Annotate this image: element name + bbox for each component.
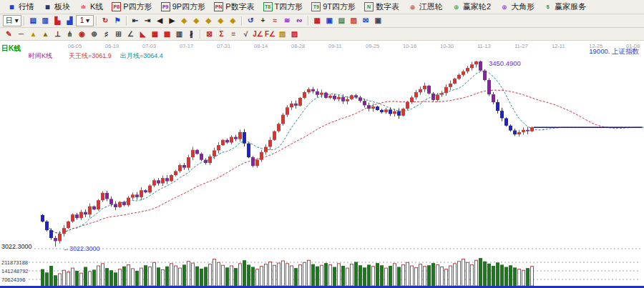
volume-bar bbox=[179, 268, 182, 286]
expand-icon[interactable]: ◆ bbox=[203, 16, 215, 26]
candle bbox=[281, 115, 285, 124]
candle bbox=[71, 214, 74, 222]
volume-bar bbox=[247, 264, 250, 286]
candle bbox=[436, 95, 439, 100]
volume-bar bbox=[492, 266, 495, 286]
chart-svg[interactable]: 06-0506-1907-0307-1707-3108-1408-2809-11… bbox=[0, 41, 644, 288]
candle bbox=[114, 204, 117, 207]
candle bbox=[62, 228, 66, 234]
menu-item-kline[interactable]: ılıK线 bbox=[74, 1, 107, 12]
volume-bar bbox=[308, 260, 311, 286]
candle bbox=[122, 202, 126, 205]
menu-item-gann-wheel[interactable]: ◎江恩轮 bbox=[404, 1, 447, 12]
pitchfork-icon[interactable]: ⋔ bbox=[64, 29, 76, 39]
gann-grid-icon[interactable]: ⊞ bbox=[112, 29, 125, 39]
menu-item-9t-square[interactable]: T99T四方形 bbox=[307, 1, 360, 12]
toolbar-row1: 日 ▾▤▥▙▟1 ▾↻⚑⇤⇥◀▶◈◈◆◈◆↺+≈≋∾▦▣▤▨✉▣ bbox=[0, 14, 644, 28]
gold-triangle2-icon[interactable]: ▲ bbox=[39, 29, 52, 39]
volume-scale-3: 70624396 bbox=[1, 277, 25, 283]
shade-tool-icon[interactable]: ▧ bbox=[276, 29, 288, 39]
xgrid-icon[interactable]: ⊠ bbox=[203, 29, 215, 39]
last-page-icon[interactable]: ⇥ bbox=[142, 16, 154, 26]
candle bbox=[358, 97, 362, 101]
menu-item-p-square[interactable]: P8P四方形 bbox=[107, 1, 156, 12]
volume-bar bbox=[89, 272, 92, 286]
candle bbox=[371, 106, 375, 109]
next-icon[interactable]: ▶ bbox=[166, 16, 178, 26]
volume-bar bbox=[170, 264, 173, 286]
candle bbox=[354, 95, 358, 97]
computer-icon[interactable]: ▣ bbox=[372, 16, 384, 26]
flag-icon[interactable]: ⚑ bbox=[112, 16, 124, 26]
j-angle-icon[interactable]: J∠ bbox=[252, 29, 264, 39]
zoom-in-icon[interactable]: ◈ bbox=[190, 16, 203, 26]
volume-bar bbox=[127, 264, 130, 286]
menu-item-p-table[interactable]: PNP数字表 bbox=[210, 1, 258, 12]
quote-list-icon[interactable]: ▤ bbox=[27, 16, 39, 26]
gold-triangle-icon[interactable]: ▲ bbox=[27, 29, 39, 39]
bar-chart2-icon[interactable]: ▟ bbox=[64, 16, 76, 26]
circle-tool-icon[interactable]: ◉ bbox=[76, 29, 88, 39]
cycle-tool-icon[interactable]: ⊕ bbox=[88, 29, 100, 39]
f-angle-icon[interactable]: F∠ bbox=[264, 29, 276, 39]
grid-tool-icon[interactable]: ♯ bbox=[100, 29, 112, 39]
menu-item-quotes[interactable]: ▦行情 bbox=[3, 1, 39, 12]
volume-bar bbox=[518, 269, 521, 286]
crosshair-icon[interactable]: + bbox=[257, 16, 269, 26]
candle bbox=[238, 132, 242, 139]
angle-tool-icon[interactable]: ∠ bbox=[125, 29, 137, 39]
menu-item-winner-wheel2[interactable]: ◎赢家轮2 bbox=[447, 1, 495, 12]
parallel-lines-icon[interactable]: ∦ bbox=[185, 29, 197, 39]
sqrt-tool-icon[interactable]: √ bbox=[240, 29, 252, 39]
undo-icon[interactable]: ↺ bbox=[245, 16, 257, 26]
gann-wave-icon[interactable]: ≋ bbox=[281, 16, 293, 26]
gann-box-icon[interactable]: ▦ bbox=[149, 29, 161, 39]
candle bbox=[277, 124, 280, 131]
candle bbox=[230, 137, 233, 143]
pencil-icon[interactable]: ✎ bbox=[3, 29, 15, 39]
gann-square-icon[interactable]: ▩ bbox=[161, 29, 173, 39]
volume-bar bbox=[140, 268, 143, 286]
first-page-icon[interactable]: ⇤ bbox=[130, 16, 142, 26]
calculator-icon[interactable]: ▣ bbox=[323, 16, 336, 26]
image-icon[interactable]: ▨ bbox=[348, 16, 360, 26]
period-dropdown[interactable]: 日 ▾ bbox=[3, 15, 21, 26]
line-count-dropdown[interactable]: 1 ▾ bbox=[76, 15, 94, 26]
bar-chart-icon[interactable]: ▙ bbox=[52, 16, 64, 26]
volume-bar bbox=[311, 264, 315, 286]
mail-icon[interactable]: ✉ bbox=[360, 16, 372, 26]
candle bbox=[58, 234, 62, 241]
sigma-tool-icon[interactable]: Σ bbox=[215, 29, 228, 39]
menu-item-t-square[interactable]: T8T四方形 bbox=[259, 1, 308, 12]
split-grid-icon[interactable]: ▥ bbox=[173, 29, 185, 39]
spiral-icon[interactable]: ∾ bbox=[293, 16, 306, 26]
compress-icon[interactable]: ◈ bbox=[215, 16, 227, 26]
volume-bar bbox=[45, 272, 49, 286]
menu-item-sectors[interactable]: ▩板块 bbox=[39, 1, 74, 12]
vertical-line-icon[interactable]: ⊥ bbox=[52, 29, 64, 39]
menu-item-table[interactable]: N数字表 bbox=[360, 1, 404, 12]
corner-triangle-icon[interactable]: ◣ bbox=[137, 29, 149, 39]
wheel-k-icon: ◎ bbox=[499, 2, 509, 11]
indicator2-label: 出月线=3064.4 bbox=[120, 52, 163, 59]
wave-icon[interactable]: ≈ bbox=[269, 16, 281, 26]
candle bbox=[260, 152, 263, 160]
prev-icon[interactable]: ◀ bbox=[154, 16, 166, 26]
menu-item-big-triangle[interactable]: ◎大角形 bbox=[495, 1, 539, 12]
trendline-icon[interactable]: ─ bbox=[15, 29, 27, 39]
notes-icon[interactable]: ▤ bbox=[336, 16, 348, 26]
menu-item-9p-square[interactable]: P99P四方形 bbox=[157, 1, 210, 12]
refresh-icon[interactable]: ↻ bbox=[99, 16, 112, 26]
zoom-out-icon[interactable]: ◈ bbox=[178, 16, 190, 26]
levels-icon[interactable]: ≡ bbox=[228, 29, 240, 39]
candle bbox=[457, 75, 461, 79]
volume-bar bbox=[239, 264, 242, 286]
quote-grid-icon[interactable]: ▥ bbox=[39, 16, 52, 26]
menu-item-winner-service[interactable]: $赢家服务 bbox=[539, 1, 590, 12]
shade-tool2-icon[interactable]: ▨ bbox=[288, 29, 301, 39]
fit-icon[interactable]: ◆ bbox=[227, 16, 239, 26]
calendar-icon[interactable]: ▦ bbox=[311, 16, 323, 26]
candle bbox=[131, 194, 135, 197]
volume-bar bbox=[218, 262, 220, 286]
chart-area[interactable]: 06-0506-1907-0307-1707-3108-1408-2809-11… bbox=[0, 41, 644, 288]
